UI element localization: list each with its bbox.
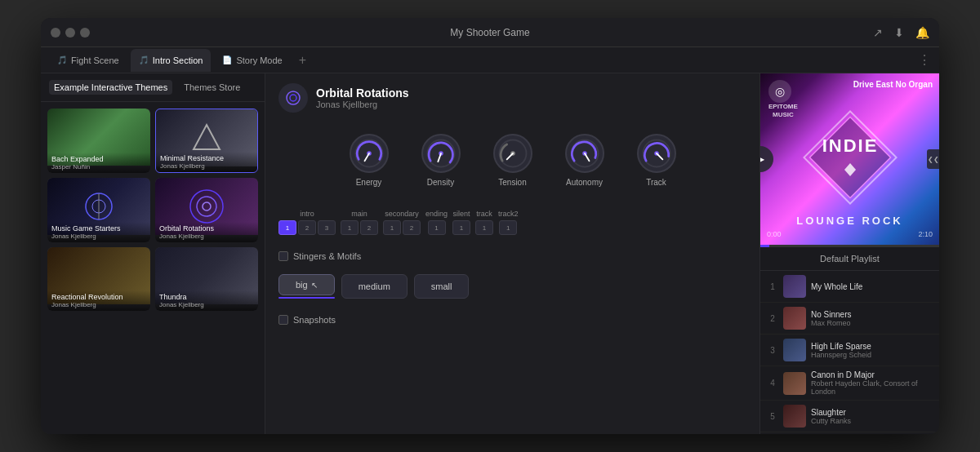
stinger-small-button[interactable]: small [414,274,470,299]
segment-track: track 1 [475,210,493,235]
tension-knob-container: Tension [493,134,532,187]
svg-marker-0 [194,125,220,149]
theme-card-thundra[interactable]: Thundra Jonas Kjellberg [155,247,258,312]
tension-knob[interactable] [493,134,532,173]
tab-bar-menu[interactable]: ⋮ [918,52,931,68]
tab-story-mode[interactable]: 📄 Story Mode [214,49,290,72]
tab-intro-section[interactable]: 🎵 Intro Section [131,49,212,72]
segment-intro-1[interactable]: 1 [278,220,296,235]
svg-rect-25 [809,117,890,198]
segment-main-2[interactable]: 2 [360,220,378,235]
playlist-item-3[interactable]: 3 High Life Sparse Hannsperg Scheid [760,335,939,366]
segment-track-1[interactable]: 1 [475,220,493,235]
center-panel: Orbital Rotations Jonas Kjellberg [265,73,760,434]
close-button[interactable] [51,28,60,38]
minimize-button[interactable] [65,28,75,38]
density-knob[interactable] [421,134,461,173]
playlist-title-4: Canon in D Major [811,370,933,379]
playlist-thumb-2 [783,307,806,330]
track-info: Orbital Rotations Jonas Kjellberg [316,86,409,109]
playlist-item-2[interactable]: 2 No Sinners Max Romeo [760,303,939,335]
track-segments: intro 1 2 3 main 1 2 secondary [278,210,746,235]
segment-secondary-1[interactable]: 1 [383,220,401,235]
playlist-title-5: Slaughter [811,408,933,417]
main-area: Example Interactive Themes Themes Store … [41,73,939,434]
autonomy-label: Autonomy [566,178,603,187]
segment-ending: ending 1 [425,210,448,235]
segment-intro-3[interactable]: 3 [318,220,336,235]
track-knob[interactable] [637,134,676,173]
theme-card-title-6: Thundra [159,293,254,301]
progress-fill [760,245,769,247]
playlist-item-5[interactable]: 5 Slaughter Cutty Ranks [760,401,939,432]
density-label: Density [427,178,454,187]
progress-track[interactable] [760,245,939,247]
playlist-thumb-3 [783,339,806,361]
playlist-item-1[interactable]: 1 My Whole Life [760,271,939,303]
svg-point-6 [203,202,211,210]
playlist-item-4[interactable]: 4 Canon in D Major Robert Hayden Clark, … [760,366,939,401]
theme-card-artist-6: Jonas Kjellberg [159,301,254,308]
energy-knob[interactable] [350,134,389,173]
playlist-title-3: High Life Sparse [811,342,933,351]
track-artist: Jonas Kjellberg [316,100,409,109]
theme-card-title-4: Orbital Rotations [159,224,254,233]
playlist-artist-4: Robert Hayden Clark, Consort of London [811,379,933,396]
theme-card-orbital[interactable]: Orbital Rotations Jonas Kjellberg [155,178,258,242]
segment-secondary-2[interactable]: 2 [403,220,421,235]
example-themes-tab[interactable]: Example Interactive Themes [49,80,172,95]
app-title: My Shooter Game [450,27,529,38]
playlist-item-6[interactable]: 6 Can't Give My Love Alone Gregory Isaac… [760,432,939,434]
share-icon[interactable]: ↗ [873,26,883,39]
snapshots-checkbox[interactable] [278,315,288,325]
maximize-button[interactable] [80,28,90,38]
stingers-checkbox[interactable] [278,251,288,261]
track-header: Orbital Rotations Jonas Kjellberg [278,83,746,113]
time-start: 0:00 [767,230,782,238]
segment-ending-1[interactable]: 1 [428,220,446,235]
theme-card-artist-4: Jonas Kjellberg [159,233,254,240]
themes-store-tab[interactable]: Themes Store [179,80,245,95]
stingers-section-header: Stingers & Motifs [278,251,746,261]
playlist-artist-5: Cutty Ranks [811,417,933,425]
theme-card-music-game[interactable]: Music Game Starters Jonas Kjellberg [47,178,150,242]
track-icon [278,83,308,113]
segment-intro: intro 1 2 3 [278,210,336,235]
theme-card-artist-5: Jonas Kjellberg [51,301,146,308]
energy-knob-container: Energy [350,134,389,187]
segment-track2: track2 1 [498,210,519,235]
bell-icon[interactable]: 🔔 [915,26,929,39]
segment-silent: silent 1 [452,210,470,235]
tension-label: Tension [498,178,526,187]
segment-silent-1[interactable]: 1 [452,220,470,235]
playlist-thumb-4 [783,372,806,395]
segment-main-1[interactable]: 1 [341,220,359,235]
stinger-medium-button[interactable]: medium [341,274,408,299]
theme-card-title-1: Bach Expanded [51,155,146,163]
theme-card-artist-1: Jasper Nuñin [51,163,146,171]
left-panel: Example Interactive Themes Themes Store … [41,73,265,434]
save-icon[interactable]: ⬇ [894,26,904,39]
theme-card-bach[interactable]: Bach Expanded Jasper Nuñin [47,109,150,173]
playlist-artist-3: Hannsperg Scheid [811,351,933,359]
track-label: Track [646,178,666,187]
title-bar: My Shooter Game ↗ ⬇ 🔔 [41,18,939,47]
tab-fight-scene[interactable]: 🎵 Fight Scene [49,49,127,72]
playlist-items: 1 My Whole Life 2 No Sinners Max Romeo [760,271,939,434]
theme-card-title-2: Minimal Resistance [160,154,253,162]
expand-button[interactable]: ❮❮ [927,149,939,169]
playlist-thumb-1 [783,275,806,298]
app-window: My Shooter Game ↗ ⬇ 🔔 🎵 Fight Scene 🎵 In… [41,18,939,434]
theme-card-minimal[interactable]: Minimal Resistance Jonas Kjellberg [155,109,258,173]
stinger-big-button[interactable]: big ↖ [278,274,335,295]
playlist-header: Default Playlist [760,247,939,271]
theme-card-reactional[interactable]: Reactional Revolution Jonas Kjellberg [47,247,150,312]
svg-text:INDIE: INDIE [822,135,878,156]
autonomy-knob[interactable] [565,134,604,173]
album-art: ◎ EPITOMEMUSIC Drive East No Organ INDIE [760,73,939,245]
add-tab-button[interactable]: + [294,53,311,68]
segment-track2-1[interactable]: 1 [499,220,517,235]
track-title: Orbital Rotations [316,86,409,100]
svg-point-4 [190,190,223,223]
segment-intro-2[interactable]: 2 [298,220,316,235]
